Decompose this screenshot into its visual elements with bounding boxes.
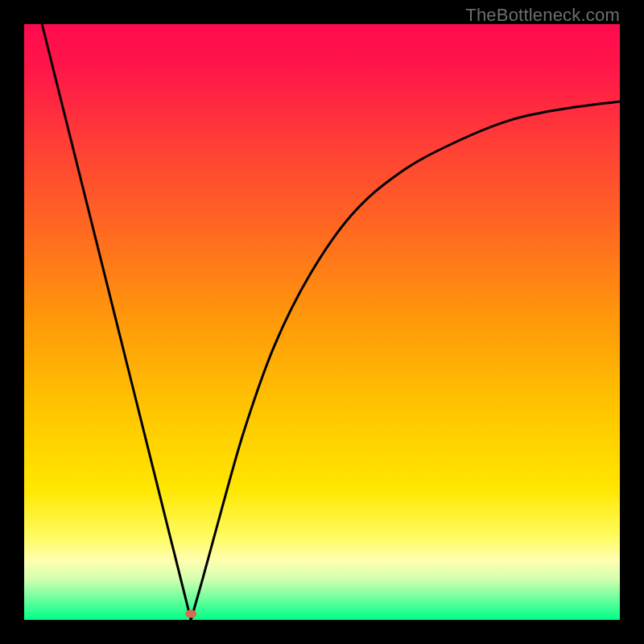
watermark-text: TheBottleneck.com [465,5,620,26]
plot-area [24,24,620,620]
curve-right-branch [191,101,620,620]
minimum-marker [185,610,196,618]
chart-frame: TheBottleneck.com [0,0,644,644]
curve-left-branch [42,24,191,620]
bottleneck-curve [24,24,620,620]
